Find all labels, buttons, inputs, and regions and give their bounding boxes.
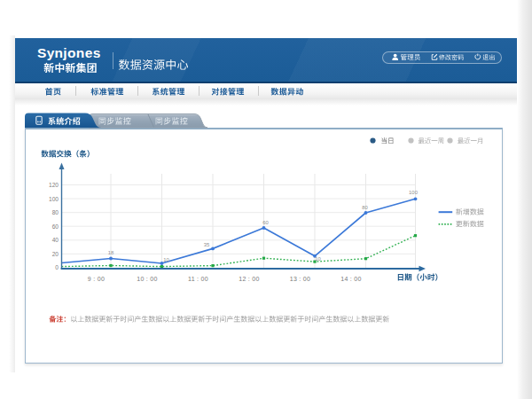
svg-text:20: 20 (52, 251, 59, 257)
svg-text:10: 10 (315, 256, 321, 262)
svg-text:120: 120 (49, 182, 59, 188)
svg-text:10 : 00: 10 : 00 (137, 276, 158, 282)
svg-text:40: 40 (52, 237, 59, 243)
svg-text:10: 10 (163, 257, 169, 262)
svg-text:13 : 00: 13 : 00 (290, 276, 311, 282)
svg-text:18: 18 (108, 250, 114, 255)
svg-text:11 : 00: 11 : 00 (188, 276, 208, 282)
svg-text:60: 60 (262, 220, 269, 225)
svg-text:100: 100 (409, 190, 419, 195)
svg-text:35: 35 (204, 242, 210, 247)
svg-text:0: 0 (55, 264, 59, 270)
svg-text:9 : 00: 9 : 00 (88, 276, 105, 282)
svg-text:100: 100 (49, 196, 59, 202)
svg-text:12 : 00: 12 : 00 (239, 276, 260, 282)
svg-text:80: 80 (52, 209, 59, 215)
svg-text:80: 80 (362, 205, 368, 210)
svg-text:14 : 00: 14 : 00 (340, 276, 362, 282)
svg-text:60: 60 (52, 223, 59, 230)
